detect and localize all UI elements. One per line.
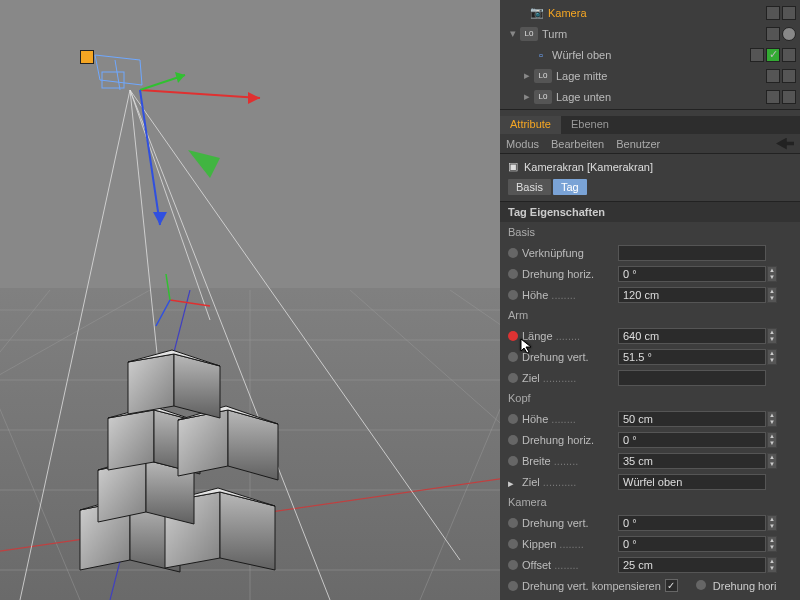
mode-tab-tag[interactable]: Tag (553, 179, 587, 195)
object-name: Turm (542, 28, 766, 40)
tag-camera-icon[interactable]: ▣ (80, 50, 94, 64)
keyframe-dot[interactable] (508, 290, 518, 300)
tag-slot[interactable] (782, 69, 796, 83)
link-field[interactable] (618, 370, 766, 386)
keyframe-dot[interactable] (508, 518, 518, 528)
spinner[interactable]: ▲▼ (767, 515, 777, 531)
viewport[interactable] (0, 0, 500, 600)
side-panel: 📷 Kamera ▣ ▾ L0 Turm ▫ Würfel oben ✓ ▸ L… (500, 0, 800, 600)
keyframe-dot[interactable] (508, 269, 518, 279)
menu-bearbeiten[interactable]: Bearbeiten (551, 138, 604, 150)
nav-back-icon[interactable] (776, 138, 794, 150)
object-manager[interactable]: 📷 Kamera ▣ ▾ L0 Turm ▫ Würfel oben ✓ ▸ L… (500, 0, 800, 110)
prop-breite: Breite ........ ▲▼ (504, 450, 796, 471)
svg-line-25 (140, 90, 160, 225)
tag-slot[interactable] (782, 90, 796, 104)
prop-verknuepfung: Verknüpfung (504, 242, 796, 263)
camera-gizmo[interactable] (80, 50, 280, 250)
keyframe-dot[interactable] (508, 414, 518, 424)
attribute-tabs: Attribute Ebenen (500, 116, 800, 134)
keyframe-dot[interactable] (508, 456, 518, 466)
value-field[interactable] (618, 287, 766, 303)
keyframe-dot[interactable] (508, 560, 518, 570)
keyframe-dot[interactable] (508, 581, 518, 591)
value-field[interactable] (618, 536, 766, 552)
prop-offset: Offset ........ ▲▼ (504, 554, 796, 575)
layer-badge: L0 (520, 27, 538, 41)
value-field[interactable] (618, 411, 766, 427)
keyframe-dot[interactable]: ▸ (508, 477, 518, 487)
link-field[interactable] (618, 474, 766, 490)
spinner[interactable]: ▲▼ (767, 266, 777, 282)
group-kopf: Kopf (500, 388, 800, 408)
cube-stack (70, 330, 330, 600)
prop-ziel-arm: Ziel ........... (504, 367, 796, 388)
expand-icon[interactable]: ▸ (520, 69, 534, 82)
value-field[interactable] (618, 432, 766, 448)
object-row-lage-mitte[interactable]: ▸ L0 Lage mitte (500, 65, 800, 86)
object-row-lage-unten[interactable]: ▸ L0 Lage unten (500, 86, 800, 107)
keyframe-dot[interactable] (696, 580, 706, 590)
object-row-turm[interactable]: ▾ L0 Turm (500, 23, 800, 44)
spinner[interactable]: ▲▼ (767, 411, 777, 427)
layer-badge: L0 (534, 69, 552, 83)
value-field[interactable] (618, 453, 766, 469)
spinner[interactable]: ▲▼ (767, 557, 777, 573)
svg-line-29 (156, 300, 170, 326)
spinner[interactable]: ▲▼ (767, 328, 777, 344)
value-field[interactable] (618, 349, 766, 365)
mode-tab-basis[interactable]: Basis (508, 179, 551, 195)
menu-modus[interactable]: Modus (506, 138, 539, 150)
spinner[interactable]: ▲▼ (767, 349, 777, 365)
spinner[interactable]: ▲▼ (767, 287, 777, 303)
spinner[interactable]: ▲▼ (767, 453, 777, 469)
tag-slot[interactable] (766, 6, 780, 20)
prop-hoehe-kopf: Höhe ........ ▲▼ (504, 408, 796, 429)
tag-green-check-icon[interactable]: ✓ (766, 48, 780, 62)
svg-marker-42 (178, 410, 228, 476)
checkbox[interactable] (665, 579, 678, 592)
value-field[interactable] (618, 515, 766, 531)
link-field[interactable] (618, 245, 766, 261)
svg-line-28 (166, 274, 170, 300)
expand-icon[interactable]: ▸ (520, 90, 534, 103)
expand-icon[interactable]: ▾ (506, 27, 520, 40)
menu-benutzer[interactable]: Benutzer (616, 138, 660, 150)
object-name: Lage mitte (556, 70, 766, 82)
mode-tabs: Basis Tag (500, 179, 800, 201)
prop-drehung-horiz-kopf: Drehung horiz. ▲▼ (504, 429, 796, 450)
prop-ziel-kopf: ▸ Ziel ........... (504, 471, 796, 492)
tag-slot[interactable] (782, 6, 796, 20)
tag-sphere-icon[interactable] (782, 27, 796, 41)
keyframe-dot-active[interactable] (508, 331, 518, 341)
camera-icon: 📷 (530, 6, 544, 20)
spinner[interactable]: ▲▼ (767, 536, 777, 552)
svg-marker-24 (175, 72, 185, 83)
spinner[interactable]: ▲▼ (767, 432, 777, 448)
prop-label-cut: Drehung hori (713, 580, 777, 592)
value-field[interactable] (618, 328, 766, 344)
tag-slot[interactable] (766, 90, 780, 104)
layer-badge: L0 (534, 90, 552, 104)
value-field[interactable] (618, 557, 766, 573)
prop-drehung-horiz: Drehung horiz. ▲▼ (504, 263, 796, 284)
tag-slot[interactable] (782, 48, 796, 62)
value-field[interactable] (618, 266, 766, 282)
keyframe-dot[interactable] (508, 352, 518, 362)
keyframe-dot[interactable] (508, 539, 518, 549)
tag-slot[interactable] (766, 27, 780, 41)
keyframe-dot[interactable] (508, 248, 518, 258)
object-row-kamera[interactable]: 📷 Kamera ▣ (500, 2, 800, 23)
group-arm: Arm (500, 305, 800, 325)
prop-kippen: Kippen ........ ▲▼ (504, 533, 796, 554)
tab-ebenen[interactable]: Ebenen (561, 116, 619, 134)
svg-line-21 (140, 90, 260, 98)
svg-marker-39 (108, 410, 154, 470)
keyframe-dot[interactable] (508, 435, 518, 445)
tab-attribute[interactable]: Attribute (500, 116, 561, 134)
keyframe-dot[interactable] (508, 373, 518, 383)
tag-slot[interactable] (750, 48, 764, 62)
object-row-wuerfel-oben[interactable]: ▫ Würfel oben ✓ (500, 44, 800, 65)
tag-slot[interactable] (766, 69, 780, 83)
svg-marker-22 (248, 92, 260, 104)
